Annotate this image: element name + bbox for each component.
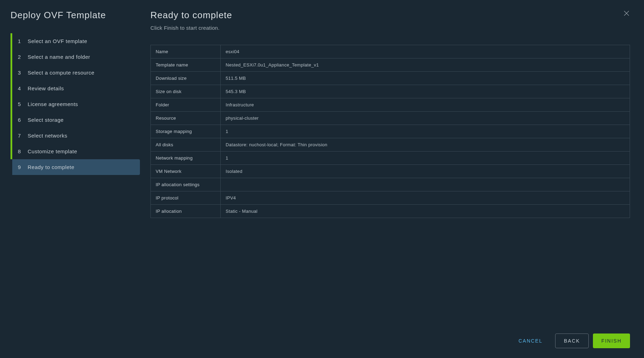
summary-label-name: Name — [151, 45, 221, 58]
summary-value-network-mapping: 1 — [221, 152, 630, 165]
wizard-main-content: Ready to complete Click Finish to start … — [140, 0, 644, 358]
table-row: IP allocation Static - Manual — [151, 205, 630, 218]
summary-label-ip-allocation: IP allocation — [151, 205, 221, 218]
step-label: Select a compute resource — [28, 70, 94, 76]
summary-label-resource: Resource — [151, 112, 221, 125]
step-review-details[interactable]: 4 Review details — [10, 80, 140, 96]
summary-value-all-disks: Datastore: nuchost-local; Format: Thin p… — [221, 138, 630, 152]
step-number: 1 — [18, 38, 24, 44]
summary-label-ip-protocol: IP protocol — [151, 191, 221, 205]
table-row: VM Network Isolated — [151, 165, 630, 178]
step-label: Review details — [28, 85, 64, 91]
table-row: Download size 511.5 MB — [151, 72, 630, 85]
step-label: Select a name and folder — [28, 54, 90, 60]
back-button[interactable]: BACK — [555, 334, 589, 348]
summary-label-folder: Folder — [151, 98, 221, 112]
summary-value-ip-allocation: Static - Manual — [221, 205, 630, 218]
step-select-name-folder[interactable]: 2 Select a name and folder — [10, 49, 140, 65]
summary-label-storage-mapping: Storage mapping — [151, 125, 221, 138]
step-number: 8 — [18, 148, 24, 154]
wizard-container: Deploy OVF Template 1 Select an OVF temp… — [0, 0, 644, 358]
table-row: Resource physical-cluster — [151, 112, 630, 125]
summary-label-ip-allocation-settings: IP allocation settings — [151, 178, 221, 191]
summary-label-all-disks: All disks — [151, 138, 221, 152]
step-select-storage[interactable]: 6 Select storage — [10, 112, 140, 128]
summary-value-folder: Infrastructure — [221, 98, 630, 112]
step-license-agreements[interactable]: 5 License agreements — [10, 96, 140, 112]
summary-label-template-name: Template name — [151, 58, 221, 72]
button-bar: CANCEL BACK FINISH — [150, 323, 630, 348]
table-row: Name esxi04 — [151, 45, 630, 58]
close-button[interactable] — [623, 10, 630, 18]
table-row: Size on disk 545.3 MB — [151, 85, 630, 98]
summary-label-download-size: Download size — [151, 72, 221, 85]
summary-table: Name esxi04 Template name Nested_ESXi7.0… — [150, 45, 630, 218]
table-row: Folder Infrastructure — [151, 98, 630, 112]
header-text: Ready to complete Click Finish to start … — [150, 10, 623, 31]
step-select-compute-resource[interactable]: 3 Select a compute resource — [10, 65, 140, 80]
step-number: 7 — [18, 133, 24, 139]
step-label: Select storage — [28, 117, 64, 123]
summary-value-vm-network: Isolated — [221, 165, 630, 178]
table-row: Template name Nested_ESXi7.0u1_Appliance… — [151, 58, 630, 72]
table-row: Network mapping 1 — [151, 152, 630, 165]
wizard-steps-list: 1 Select an OVF template 2 Select a name… — [10, 33, 140, 175]
step-number: 9 — [18, 164, 24, 170]
step-number: 4 — [18, 85, 24, 91]
summary-value-name: esxi04 — [221, 45, 630, 58]
summary-label-size-on-disk: Size on disk — [151, 85, 221, 98]
table-row: All disks Datastore: nuchost-local; Form… — [151, 138, 630, 152]
summary-value-size-on-disk: 545.3 MB — [221, 85, 630, 98]
step-number: 3 — [18, 70, 24, 76]
summary-value-resource: physical-cluster — [221, 112, 630, 125]
content-title: Ready to complete — [150, 10, 623, 21]
step-customize-template[interactable]: 8 Customize template — [10, 143, 140, 159]
step-label: Select networks — [28, 133, 67, 139]
step-select-ovf-template[interactable]: 1 Select an OVF template — [10, 33, 140, 49]
table-row: IP allocation settings — [151, 178, 630, 191]
close-icon — [623, 10, 630, 17]
summary-value-storage-mapping: 1 — [221, 125, 630, 138]
step-number: 5 — [18, 101, 24, 107]
step-number: 2 — [18, 54, 24, 60]
step-label: Select an OVF template — [28, 38, 87, 44]
summary-label-network-mapping: Network mapping — [151, 152, 221, 165]
content-subtitle: Click Finish to start creation. — [150, 25, 623, 31]
step-label: Customize template — [28, 148, 77, 154]
wizard-title: Deploy OVF Template — [10, 10, 140, 21]
step-select-networks[interactable]: 7 Select networks — [10, 128, 140, 143]
summary-value-download-size: 511.5 MB — [221, 72, 630, 85]
cancel-button[interactable]: CANCEL — [510, 334, 551, 348]
summary-value-ip-protocol: IPV4 — [221, 191, 630, 205]
wizard-sidebar: Deploy OVF Template 1 Select an OVF temp… — [0, 0, 140, 358]
step-label: License agreements — [28, 101, 78, 107]
finish-button[interactable]: FINISH — [593, 334, 630, 348]
summary-value-template-name: Nested_ESXi7.0u1_Appliance_Template_v1 — [221, 58, 630, 72]
table-row: Storage mapping 1 — [151, 125, 630, 138]
content-header: Ready to complete Click Finish to start … — [150, 10, 630, 31]
summary-value-ip-allocation-settings — [221, 178, 630, 191]
table-row: IP protocol IPV4 — [151, 191, 630, 205]
summary-label-vm-network: VM Network — [151, 165, 221, 178]
step-number: 6 — [18, 117, 24, 123]
step-label: Ready to complete — [28, 164, 75, 170]
step-ready-to-complete[interactable]: 9 Ready to complete — [10, 159, 140, 175]
